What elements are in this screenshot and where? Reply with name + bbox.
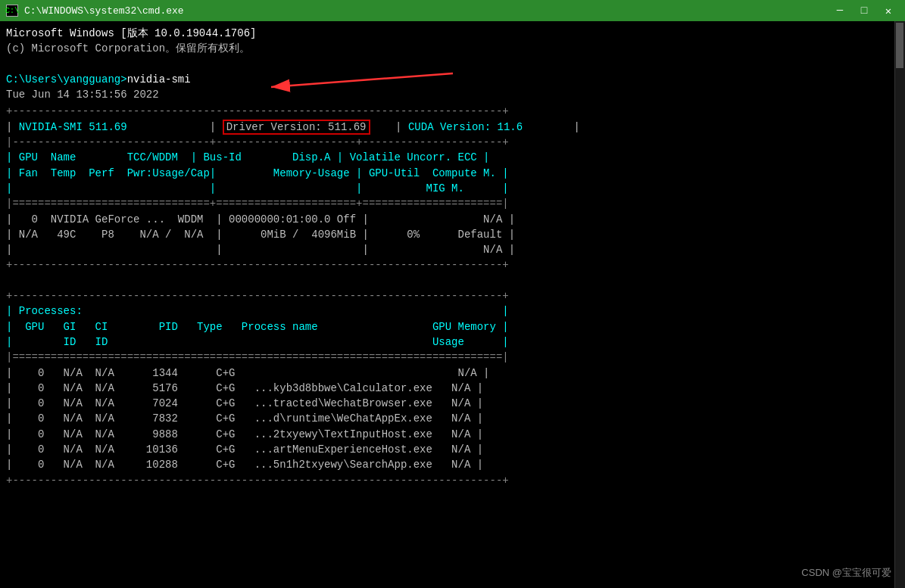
titlebar: C:\ C:\WINDOWS\system32\cmd.exe ─ □ ✕ (0, 0, 905, 21)
smi-col-header1: | GPU Name TCC/WDDM | Bus-Id Disp.A | Vo… (6, 150, 887, 165)
smi-col-header3: | | | MIG M. | (6, 181, 887, 196)
scrollbar-thumb[interactable] (896, 23, 903, 68)
proc-row-5: | 0 N/A N/A 10136 C+G ...artMenuExperien… (6, 442, 887, 457)
proc-equals: |=======================================… (6, 350, 887, 365)
smi-top-border: +---------------------------------------… (6, 104, 887, 119)
smi-col-header2: | Fan Temp Perf Pwr:Usage/Cap| Memory-Us… (6, 166, 887, 181)
command-container: C:\Users\yangguang>nvidia-smi (6, 72, 887, 87)
watermark: CSDN @宝宝很可爱 (801, 566, 891, 580)
smi-mid-border1: |-------------------------------+-------… (6, 135, 887, 150)
proc-row-3: | 0 N/A N/A 7832 C+G ...d\runtime\WeChat… (6, 411, 887, 426)
timestamp-line: Tue Jun 14 13:51:56 2022 (6, 87, 887, 102)
smi-header-row1: | NVIDIA-SMI 511.69 | Driver Version: 51… (6, 120, 887, 135)
scrollbar[interactable] (894, 21, 905, 588)
proc-header: | Processes: | (6, 303, 887, 319)
smi-bottom-border: +---------------------------------------… (6, 257, 887, 272)
proc-col-header2: | ID ID Usage | (6, 334, 887, 350)
smi-output: +---------------------------------------… (6, 104, 887, 487)
copyright-line: (c) Microsoft Corporation。保留所有权利。 (6, 41, 887, 56)
gpu0-row3: | | | N/A | (6, 242, 887, 257)
command-line: C:\Users\yangguang>nvidia-smi (6, 72, 887, 87)
gpu0-row1: | 0 NVIDIA GeForce ... WDDM | 00000000:0… (6, 212, 887, 227)
proc-row-6: | 0 N/A N/A 10288 C+G ...5n1h2txyewy\Sea… (6, 457, 887, 472)
gpu0-row2: | N/A 49C P8 N/A / N/A | 0MiB / 4096MiB … (6, 227, 887, 242)
maximize-button[interactable]: □ (854, 0, 875, 21)
titlebar-controls: ─ □ ✕ (829, 0, 899, 21)
minimize-button[interactable]: ─ (829, 0, 850, 21)
cmd-icon: C:\ (6, 5, 18, 17)
proc-row-1: | 0 N/A N/A 5176 C+G ...kyb3d8bbwe\Calcu… (6, 381, 887, 396)
blank-line1 (6, 57, 887, 72)
terminal[interactable]: Microsoft Windows [版本 10.0.19044.1706] (… (0, 21, 905, 588)
win-version-line: Microsoft Windows [版本 10.0.19044.1706] (6, 26, 887, 41)
close-button[interactable]: ✕ (878, 0, 899, 21)
proc-row-2: | 0 N/A N/A 7024 C+G ...tracted\WechatBr… (6, 396, 887, 411)
proc-top-border: +---------------------------------------… (6, 288, 887, 303)
proc-row-0: | 0 N/A N/A 1344 C+G N/A | (6, 366, 887, 381)
blank-line2 (6, 273, 887, 288)
titlebar-left: C:\ C:\WINDOWS\system32\cmd.exe (6, 5, 184, 17)
titlebar-title: C:\WINDOWS\system32\cmd.exe (24, 5, 184, 17)
proc-bottom-border: +---------------------------------------… (6, 473, 887, 488)
proc-col-header1: | GPU GI CI PID Type Process name GPU Me… (6, 319, 887, 334)
proc-row-4: | 0 N/A N/A 9888 C+G ...2txyewy\TextInpu… (6, 427, 887, 442)
smi-equals-border: |===============================+=======… (6, 196, 887, 211)
